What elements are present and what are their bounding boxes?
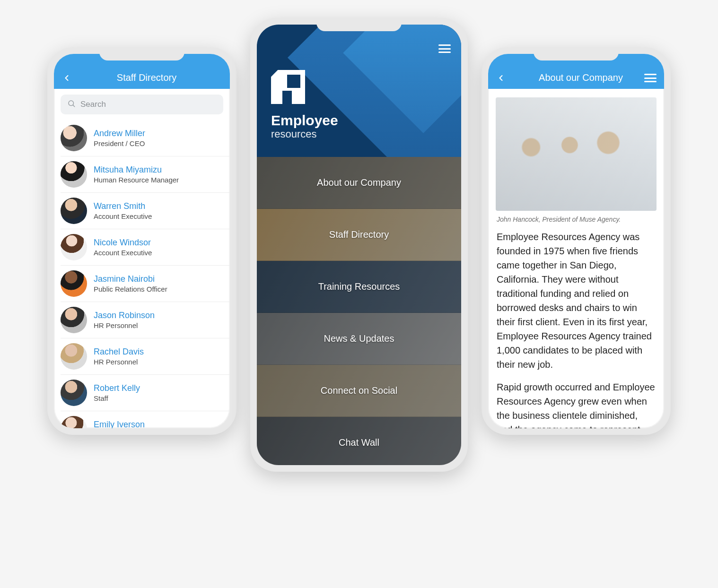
brand-title: Employee — [271, 112, 338, 128]
list-item[interactable]: Jasmine Nairobi Public Relations Officer — [61, 266, 230, 302]
about-paragraph: Rapid growth occurred and Employee Resou… — [497, 380, 656, 428]
back-button[interactable] — [61, 72, 73, 84]
list-item[interactable]: Rachel Davis HR Personnel — [61, 338, 230, 375]
home-hero: Employee resources — [257, 25, 461, 157]
brand-block: Employee resources — [271, 70, 338, 140]
avatar — [61, 416, 87, 428]
tile-label: Staff Directory — [329, 229, 389, 240]
list-item[interactable]: Mitsuha Miyamizu Human Resource Manager — [61, 156, 230, 193]
staff-role: Human Resource Manager — [94, 176, 179, 184]
tile-label: Training Resources — [318, 281, 400, 292]
staff-role: Account Executive — [94, 249, 152, 257]
staff-role: HR Personnel — [94, 321, 155, 329]
tile-label: Connect on Social — [321, 385, 397, 396]
nav-tile-about[interactable]: About our Company — [257, 157, 461, 209]
about-paragraph: Employee Resources Agency was founded in… — [497, 230, 656, 372]
avatar — [61, 307, 87, 333]
menu-button[interactable] — [644, 74, 657, 82]
avatar — [61, 234, 87, 260]
back-button[interactable] — [495, 72, 507, 84]
list-item[interactable]: Andrew Miller President / CEO — [61, 120, 230, 156]
menu-button[interactable] — [438, 44, 451, 53]
tile-label: News & Updates — [324, 333, 394, 344]
search-placeholder: Search — [80, 100, 106, 109]
tile-label: Chat Wall — [339, 437, 379, 448]
staff-name: Andrew Miller — [94, 129, 145, 138]
page-title: Staff Directory — [62, 72, 221, 83]
phone-notch — [99, 47, 184, 61]
list-item[interactable]: Nicole Windsor Account Executive — [61, 229, 230, 266]
tile-label: About our Company — [317, 177, 401, 188]
phone-about: About our Company John Hancock, Presiden… — [482, 47, 671, 435]
nav-tile-staff[interactable]: Staff Directory — [257, 209, 461, 261]
staff-name: Jason Robinson — [94, 311, 155, 320]
staff-name: Jasmine Nairobi — [94, 274, 167, 284]
phone-home: Employee resources About our Company Sta… — [250, 18, 468, 472]
avatar — [61, 198, 87, 224]
image-caption: John Hancock, President of Muse Agency. — [488, 216, 664, 230]
phone-notch — [316, 18, 402, 31]
page-title: About our Company — [497, 72, 656, 83]
staff-name: Rachel Davis — [94, 347, 144, 357]
staff-name: Nicole Windsor — [94, 238, 152, 248]
list-item[interactable]: Robert Kelly Staff — [61, 375, 230, 411]
staff-name: Emily Iverson — [94, 420, 145, 428]
staff-role: Public Relations Officer — [94, 285, 167, 293]
brand-subtitle: resources — [271, 128, 338, 140]
about-body: Employee Resources Agency was founded in… — [488, 230, 664, 428]
staff-role: Staff — [94, 394, 140, 402]
phone-staff-directory: Staff Directory Search Andrew Miller Pre… — [47, 47, 236, 435]
staff-role: HR Personnel — [94, 358, 144, 366]
avatar — [61, 125, 87, 151]
staff-list: Andrew Miller President / CEO Mitsuha Mi… — [54, 120, 230, 428]
svg-line-1 — [73, 105, 74, 106]
nav-tile-chat[interactable]: Chat Wall — [257, 417, 461, 465]
staff-name: Mitsuha Miyamizu — [94, 165, 179, 175]
avatar — [61, 343, 87, 370]
nav-tile-training[interactable]: Training Resources — [257, 261, 461, 313]
staff-role: President / CEO — [94, 139, 145, 147]
staff-role: Account Executive — [94, 212, 152, 220]
list-item[interactable]: Warren Smith Account Executive — [61, 193, 230, 229]
search-input[interactable]: Search — [61, 95, 223, 114]
avatar — [61, 380, 87, 406]
logo-icon — [271, 70, 305, 104]
list-item[interactable]: Jason Robinson HR Personnel — [61, 302, 230, 338]
nav-tile-news[interactable]: News & Updates — [257, 313, 461, 365]
about-hero-image — [496, 97, 657, 211]
staff-name: Warren Smith — [94, 201, 152, 211]
list-item[interactable]: Emily Iverson Staff — [61, 411, 230, 428]
avatar — [61, 270, 87, 297]
avatar — [61, 161, 87, 188]
staff-name: Robert Kelly — [94, 383, 140, 393]
search-icon — [67, 99, 76, 110]
nav-tile-social[interactable]: Connect on Social — [257, 365, 461, 417]
phone-notch — [534, 47, 619, 61]
